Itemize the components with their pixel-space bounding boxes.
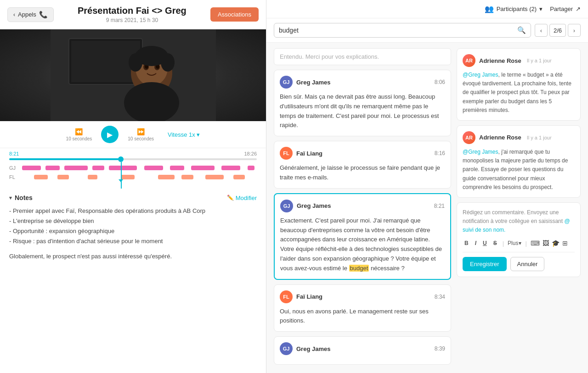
- rewind-label: 10 secondes: [66, 136, 92, 141]
- plus-button[interactable]: Plus ▾: [508, 240, 521, 246]
- play-icon: ▶: [107, 130, 113, 139]
- call-date: 9 mars 2021, 15 h 30: [59, 17, 205, 23]
- play-button[interactable]: ▶: [101, 126, 119, 143]
- search-input[interactable]: [279, 27, 514, 34]
- avatar: GJ: [280, 342, 293, 355]
- notes-summary: Globalement, le prospect n'est pas aussi…: [9, 252, 257, 262]
- participants-icon: 👥: [485, 5, 494, 13]
- rewind-button[interactable]: ⏪ 10 secondes: [66, 128, 92, 141]
- bold-button[interactable]: B: [463, 239, 470, 247]
- message-card: FL Faï Liang 8:16 Généralement, je laiss…: [274, 141, 451, 189]
- share-label: Partager: [550, 6, 573, 12]
- message-header: GJ Greg James 8:39: [280, 342, 445, 355]
- modify-label: Modifier: [236, 195, 257, 201]
- plus-label: Plus: [508, 240, 518, 246]
- comment-text: @Greg James, j'ai remarqué que tu monopo…: [463, 148, 575, 192]
- cancel-button[interactable]: Annuler: [510, 257, 545, 271]
- speaker-name: Greg James: [297, 202, 331, 209]
- strikethrough-button[interactable]: S: [492, 239, 499, 247]
- comment-actions: Enregistrer Annuler: [463, 257, 575, 271]
- control-row: ⏪ 10 secondes ▶ ⏩ 10 secondes Vitesse 1x…: [9, 126, 257, 143]
- speed-button[interactable]: Vitesse 1x ▾: [168, 131, 200, 138]
- speaker-name: Greg James: [296, 79, 330, 86]
- rewind-icon: ⏪: [75, 128, 83, 135]
- message-time: 8:39: [435, 345, 445, 352]
- gj-track: [22, 165, 257, 171]
- message-time: 8:34: [435, 294, 445, 300]
- modify-button[interactable]: ✏️ Modifier: [227, 195, 257, 201]
- message-header: GJ Greg James 8:21: [280, 200, 445, 212]
- note-line-2: - L'entreprise se développe bien: [9, 216, 257, 226]
- comment-author: Adrienne Rose: [479, 57, 521, 64]
- comment-header: AR Adrienne Rose Il y a 1 jour: [463, 54, 575, 67]
- comment-input-box: Rédigez un commentaire. Envoyez une noti…: [457, 202, 581, 278]
- save-button[interactable]: Enregistrer: [463, 257, 507, 271]
- speaker-tracks: GJ FL: [9, 165, 257, 180]
- forward-button[interactable]: ⏩ 10 secondes: [128, 128, 154, 141]
- call-title: Présentation Fai <> Greg: [59, 6, 205, 16]
- phone-icon: 📞: [39, 11, 48, 19]
- code-icon[interactable]: ⌨: [531, 239, 540, 247]
- playback-controls: ⏪ 10 secondes ▶ ⏩ 10 secondes Vitesse 1x…: [0, 121, 266, 148]
- note-line-3: - Opportunité : expansion géographique: [9, 226, 257, 236]
- avatar: GJ: [280, 76, 293, 89]
- highlighted-word: budget: [349, 265, 369, 272]
- toolbar-separator-2: |: [525, 240, 526, 247]
- comment-input-placeholder[interactable]: Rédigez un commentaire. Envoyez une noti…: [463, 208, 575, 235]
- time-labels: 8:21 18:26: [9, 151, 257, 156]
- associations-button[interactable]: Associations: [210, 7, 259, 22]
- highlighted-message-card: GJ Greg James 8:21 Exactement. C'est par…: [274, 193, 451, 280]
- back-button[interactable]: ‹ Appels 📞: [7, 7, 54, 22]
- gj-label: GJ: [9, 165, 18, 171]
- back-label: Appels: [18, 11, 36, 18]
- messages-column: Entendu. Merci pour vos explications. GJ…: [274, 48, 451, 367]
- comment-mention: @Greg James: [463, 149, 498, 155]
- text-after: nécessaire ?: [369, 265, 404, 272]
- speaker-name: Greg James: [296, 345, 330, 352]
- comment-time: Il y a 1 jour: [527, 58, 552, 63]
- plus-chevron-icon: ▾: [519, 240, 521, 246]
- message-text: Bien sûr. Mais ça ne devrait pas être au…: [280, 92, 445, 130]
- comment-item: AR Adrienne Rose Il y a 1 jour @Greg Jam…: [457, 125, 581, 198]
- person-svg: [51, 29, 216, 121]
- format-icon[interactable]: 🎓: [552, 239, 560, 247]
- transcript-input[interactable]: Entendu. Merci pour vos explications.: [274, 48, 451, 65]
- underline-button[interactable]: U: [481, 239, 489, 247]
- participants-label: Participants (2): [497, 6, 537, 12]
- avatar: FL: [280, 147, 293, 160]
- forward-icon: ⏩: [137, 128, 145, 135]
- italic-button[interactable]: I: [473, 239, 478, 247]
- gj-track-row: GJ: [9, 165, 257, 171]
- table-icon[interactable]: ⊞: [562, 239, 568, 247]
- svg-point-12: [161, 53, 175, 72]
- forward-label: 10 secondes: [128, 136, 154, 141]
- message-header: FL Faï Liang 8:34: [280, 290, 445, 303]
- message-card: GJ Greg James 8:06 Bien sûr. Mais ça ne …: [274, 70, 451, 136]
- image-icon[interactable]: 🖼: [543, 239, 549, 247]
- note-line-4: - Risque : pas d'intention d'achat série…: [9, 236, 257, 246]
- search-next-button[interactable]: ›: [568, 24, 581, 37]
- participants-button[interactable]: 👥 Participants (2) ▾: [485, 5, 543, 13]
- search-nav-count: 2/6: [549, 24, 566, 37]
- search-prev-button[interactable]: ‹: [535, 24, 548, 37]
- progress-bar[interactable]: [9, 158, 257, 160]
- search-container: 🔍: [274, 23, 531, 38]
- speaker-name: Faï Liang: [296, 150, 322, 157]
- speed-label: Vitesse 1x: [168, 131, 195, 138]
- comment-author: Adrienne Rose: [479, 134, 521, 141]
- left-panel: ‹ Appels 📞 Présentation Fai <> Greg 9 ma…: [0, 0, 266, 373]
- transcript-area: Entendu. Merci pour vos explications. GJ…: [266, 43, 588, 373]
- speed-chevron-icon: ▾: [197, 131, 200, 138]
- message-time: 8:16: [435, 150, 445, 156]
- notes-content: - Premier appel avec Faï, Responsable de…: [9, 206, 257, 246]
- total-time: 18:26: [244, 151, 257, 156]
- progress-fill: [9, 158, 121, 160]
- cursor-line: [121, 162, 122, 189]
- search-icon: 🔍: [517, 26, 526, 34]
- message-text: Oui, nous en avons parlé. Le management …: [280, 307, 445, 326]
- notes-title-toggle[interactable]: ▾ Notes: [9, 194, 33, 201]
- highlighted-message-text: Exactement. C'est pareil pour moi. J'ai …: [280, 216, 445, 273]
- share-button[interactable]: Partager ↗: [550, 6, 581, 12]
- current-time: 8:21: [9, 151, 19, 156]
- fl-track-row: FL: [9, 174, 257, 180]
